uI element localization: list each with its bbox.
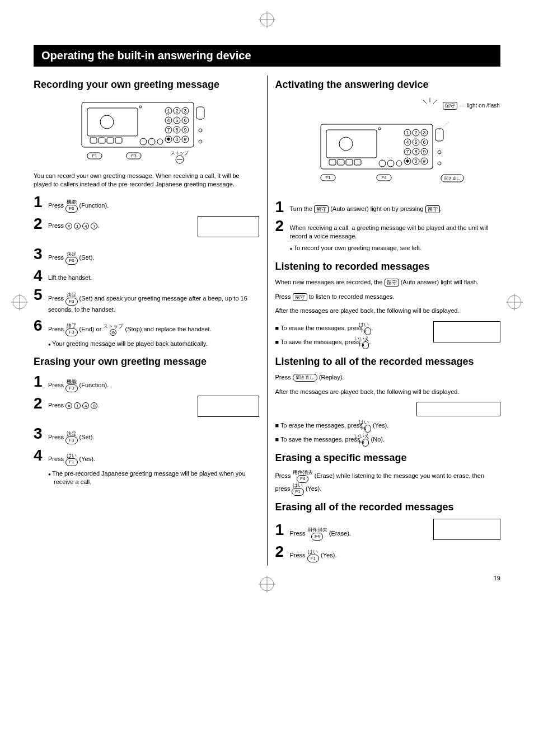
svg-text:聞き直し: 聞き直し	[444, 176, 460, 181]
listenall-p1: Press 聞き直し (Replay).	[275, 373, 501, 382]
svg-text:0: 0	[176, 137, 179, 142]
svg-text:6: 6	[423, 139, 425, 145]
svg-point-67	[378, 128, 381, 130]
svg-text:#: #	[184, 137, 187, 142]
svg-point-22	[157, 139, 163, 144]
svg-point-19	[139, 106, 142, 108]
svg-line-58	[423, 100, 427, 104]
svg-text:9: 9	[423, 149, 425, 154]
svg-text:7: 7	[167, 127, 170, 133]
eraseall-step-2: 2 Press はいF1 (Yes).	[275, 544, 429, 562]
svg-rect-17	[107, 138, 114, 143]
step-5: 5 Press 決定F3 (Set) and speak your greeti…	[34, 287, 259, 314]
listenall-p2: After the messages are played back, the …	[275, 388, 501, 396]
erase-step-4-note: The pre-recorded Japanese greeting messa…	[48, 469, 259, 487]
svg-line-59	[433, 100, 437, 104]
svg-text:✱: ✱	[166, 137, 171, 142]
svg-text:4: 4	[167, 118, 170, 123]
display-box	[198, 216, 259, 237]
heading-listening: Listening to recorded messages	[275, 261, 501, 273]
svg-rect-18	[115, 138, 122, 143]
erase-step-4: 4 Press はいF1 (Yes).	[34, 448, 259, 466]
svg-rect-15	[90, 138, 97, 143]
heading-activating: Activating the answering device	[275, 79, 501, 91]
rusu-button-icon: 留守	[314, 205, 329, 213]
stop-icon: ⊖	[110, 329, 116, 336]
svg-rect-13	[87, 108, 138, 136]
step-6-note: Your greeting message will be played bac…	[48, 340, 259, 348]
listening-bullet-save: To save the messages, press いいえF4.	[275, 336, 429, 349]
light-rays-icon	[419, 97, 441, 114]
step-2: 2 Press # 1 4 7.	[34, 216, 259, 232]
light-on-label: light on /flash	[467, 102, 500, 109]
svg-text:F1: F1	[325, 175, 331, 180]
listening-p2: Press 留守 to listen to recorded messages.	[275, 293, 501, 301]
display-box	[433, 321, 500, 342]
svg-text:3: 3	[184, 108, 187, 114]
svg-text:2: 2	[176, 108, 179, 114]
svg-text:ストップ: ストップ	[171, 151, 189, 156]
heading-listening-all: Listening to all of the recorded message…	[275, 356, 501, 368]
listening-p3: After the messages are played back, the …	[275, 307, 501, 315]
svg-text:✱: ✱	[405, 158, 410, 164]
svg-text:5: 5	[176, 118, 179, 123]
erase-step-3: 3 Press 決定F3 (Set).	[34, 426, 259, 444]
svg-rect-63	[329, 159, 336, 165]
svg-text:8: 8	[176, 127, 179, 133]
svg-point-48	[199, 129, 202, 132]
svg-text:2: 2	[414, 130, 417, 135]
listenall-bullet-save: To save the messages, press いいえF4 (No).	[275, 434, 501, 447]
svg-text:F1: F1	[92, 153, 98, 158]
heading-erasing-all: Erasing all of the recorded messages	[275, 501, 501, 514]
erase-step-1: 1 Press 機能F3 (Function).	[34, 374, 259, 392]
svg-rect-64	[338, 159, 344, 165]
svg-text:8: 8	[414, 149, 417, 154]
listening-bullet-erase: To erase the messages, press はいF1.	[275, 322, 429, 335]
crop-mark-right	[506, 294, 523, 311]
svg-text:1: 1	[406, 130, 409, 135]
svg-point-20	[140, 138, 147, 145]
svg-point-70	[396, 161, 402, 166]
svg-point-62	[339, 137, 353, 151]
erase-step-2: 2 Press # 1 4 8.	[34, 396, 259, 411]
crop-mark-bottom	[259, 576, 275, 593]
svg-text:1: 1	[167, 108, 170, 114]
svg-rect-16	[99, 138, 105, 143]
device-illustration: 1 2 3 4 5 6 7 8 9 ✱ 0 # F1 F4 聞き直し	[304, 119, 472, 191]
svg-rect-61	[326, 130, 377, 158]
device-illustration: 1 2 3 4 5 6 7 8 9 ✱ 0 # F1 F3 ストップ	[76, 97, 216, 164]
rusu-button-icon: 留守	[293, 293, 307, 301]
svg-text:6: 6	[184, 118, 187, 123]
svg-text:#: #	[423, 158, 425, 164]
step-3: 3 Press 決定F3 (Set).	[34, 246, 259, 265]
activate-step-1: 1 Turn the 留守 (Auto answer) light on by …	[275, 199, 501, 215]
crop-mark-top	[259, 11, 275, 28]
svg-text:F3: F3	[132, 153, 137, 158]
svg-point-21	[148, 138, 155, 145]
display-box	[198, 396, 259, 417]
svg-rect-66	[354, 159, 361, 165]
eraseall-step-1: 1 Press 用件消去F4 (Erase).	[275, 522, 429, 541]
svg-text:F4: F4	[381, 175, 387, 180]
replay-button-icon: 聞き直し	[293, 374, 317, 382]
activate-step-2-note: To record your own greeting message, see…	[290, 244, 501, 252]
listening-p1: When new messages are recorded, the 留守 (…	[275, 278, 501, 287]
step-4: 4 Lift the handset.	[34, 268, 259, 284]
heading-erasing-greeting: Erasing your own greeting message	[34, 356, 259, 368]
listenall-bullet-erase: To erase the messages, press はいF1 (Yes).	[275, 420, 501, 433]
svg-point-69	[387, 160, 394, 167]
svg-text:3: 3	[423, 130, 425, 135]
display-box	[416, 402, 500, 416]
svg-text:4: 4	[406, 139, 409, 145]
rusu-button-icon: 留守	[385, 279, 399, 287]
step-6: 6 Press 終了F3 (End) or ストップ⊖ (Stop) and r…	[34, 318, 259, 336]
svg-point-14	[100, 115, 114, 129]
heading-erasing-specific: Erasing a specific message	[275, 452, 501, 464]
heading-recording-greeting: Recording your own greeting message	[34, 79, 259, 91]
svg-rect-95	[435, 129, 443, 141]
intro-text: You can record your own greeting message…	[34, 172, 259, 189]
svg-point-96	[438, 151, 441, 154]
svg-text:9: 9	[184, 127, 187, 133]
svg-point-97	[438, 162, 441, 165]
crop-mark-left	[11, 294, 28, 311]
